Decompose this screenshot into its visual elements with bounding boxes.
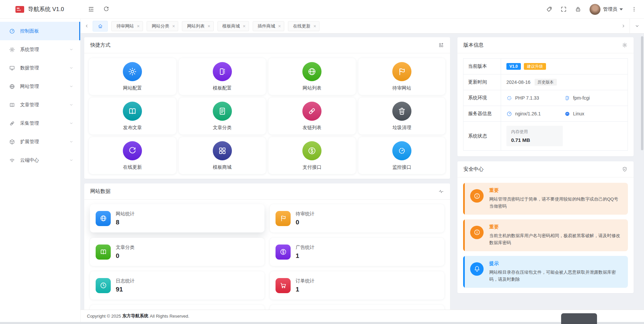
version-title: 版本信息: [463, 42, 484, 48]
template-icon: [218, 67, 227, 76]
stat-item[interactable]: 订单统计 1: [270, 271, 444, 300]
clock-icon: [100, 282, 107, 289]
book-icon: [100, 248, 107, 256]
security-alert: 重要 当前主机的数据库用户名与密码相同，极易被黑客破解，请及时修改数据库密码: [463, 219, 628, 251]
refresh-icon[interactable]: [103, 6, 109, 12]
tab[interactable]: 在线更新 ×: [288, 21, 319, 31]
collapse-menu-icon[interactable]: [88, 6, 94, 12]
site-data-card-header: 网站数据: [84, 183, 450, 200]
close-icon[interactable]: ×: [313, 24, 316, 29]
stat-item[interactable]: 网站统计 8: [90, 204, 264, 232]
home-tab[interactable]: [93, 21, 108, 32]
stat-item[interactable]: [270, 305, 444, 310]
shortcut-icon-circle: [302, 62, 321, 81]
sidebar-item[interactable]: 采集管理: [0, 114, 80, 132]
close-icon[interactable]: ×: [137, 24, 140, 29]
gear-icon[interactable]: [622, 42, 628, 48]
tab[interactable]: 插件商城 ×: [253, 21, 284, 31]
tab[interactable]: 网站列表 ×: [182, 21, 213, 31]
sidebar-item[interactable]: 云端中心: [0, 151, 80, 169]
close-icon[interactable]: ×: [172, 24, 175, 29]
sidebar-item[interactable]: 扩展管理: [0, 132, 80, 151]
wifi-icon: [9, 157, 15, 163]
user-name: 管理员: [603, 6, 617, 12]
tab[interactable]: 网站分类 ×: [147, 21, 178, 31]
shortcut-item[interactable]: 网站列表: [268, 58, 356, 95]
shortcut-item[interactable]: 模板配置: [179, 58, 266, 95]
tabs-scroll-left-button[interactable]: [81, 23, 93, 29]
cart-icon: [280, 282, 287, 289]
shortcuts-grid: 网站配置 模板配置 网站列表: [84, 53, 450, 179]
stat-item[interactable]: 文章分类 0: [90, 238, 264, 266]
stat-item[interactable]: 广告统计 1: [270, 238, 444, 266]
shortcut-item[interactable]: 发布文章: [89, 98, 176, 134]
shortcut-item[interactable]: 垃圾清理: [358, 98, 446, 134]
scrollbar-thumb[interactable]: [641, 36, 643, 150]
stat-label: 待审统计: [296, 211, 314, 217]
tab[interactable]: 待审网站 ×: [111, 21, 143, 31]
sidebar-item[interactable]: 数据管理: [0, 59, 80, 77]
globe-icon: [100, 215, 107, 222]
sidebar-item-label: 采集管理: [20, 120, 64, 126]
shortcut-item[interactable]: 文章分类: [179, 98, 266, 134]
layout-icon[interactable]: [438, 42, 444, 48]
tabs-scroll-right-button[interactable]: [617, 19, 630, 33]
security-alert: 重要 网站管理员密码过于简单，请不要使用较短的纯数字或自己的QQ号当做密码: [463, 183, 628, 215]
stat-icon-square: [276, 278, 291, 293]
fullscreen-icon[interactable]: [560, 6, 567, 12]
copyright-suffix: All Rights Reserved.: [150, 314, 189, 319]
gear-icon: [128, 67, 137, 76]
tag-icon[interactable]: [546, 6, 552, 12]
pulse-icon[interactable]: [438, 188, 444, 194]
php-icon: [506, 95, 512, 101]
globe-icon: [307, 67, 316, 76]
tab[interactable]: 模板商城 ×: [217, 21, 249, 31]
memory-box: 内存使用 0.71 MB: [506, 126, 563, 146]
shortcut-item[interactable]: 模板商城: [179, 137, 266, 174]
close-icon[interactable]: ×: [207, 24, 210, 29]
upgrade-badge[interactable]: 建议升级: [524, 63, 546, 70]
stat-icon-square: [96, 245, 111, 260]
shortcut-item[interactable]: 待审网站: [358, 58, 446, 95]
book-icon: [128, 107, 137, 116]
stat-item[interactable]: 站点浏览: [90, 305, 264, 310]
tabs-dropdown-button[interactable]: [630, 19, 644, 33]
chevron-down-icon: [69, 158, 73, 162]
version-table: 当前版本 V1.0 建议升级 更新时间 2024-08-16 历史版本 系统环境: [463, 58, 628, 151]
more-dots-icon[interactable]: [631, 6, 637, 12]
shortcut-item[interactable]: 支付接口: [268, 137, 356, 174]
nginx-value: nginx/1.26.1: [515, 111, 541, 116]
lock-icon[interactable]: [575, 6, 581, 12]
avatar[interactable]: [589, 4, 601, 15]
stat-item[interactable]: 日志统计 91: [90, 271, 264, 300]
shortcut-item[interactable]: 在线更新: [89, 137, 176, 174]
sidebar-item[interactable]: 文章管理: [0, 96, 80, 114]
sidebar-item[interactable]: 系统管理: [0, 40, 80, 59]
tab-label: 网站列表: [187, 23, 204, 29]
stat-item[interactable]: 待审统计 0: [270, 204, 444, 232]
monitor-icon: [9, 65, 15, 71]
dollar-icon: [280, 248, 287, 256]
row-label: 系统环境: [463, 90, 501, 106]
shortcut-item[interactable]: 网站配置: [89, 58, 176, 95]
table-row: 当前版本 V1.0 建议升级: [463, 59, 628, 74]
sidebar-item[interactable]: 控制面板: [0, 22, 80, 40]
bell-icon: [474, 265, 481, 272]
footer: Copyright © 2025 东方导航系统 All Rights Reser…: [81, 310, 644, 322]
link-icon: [307, 107, 316, 116]
sidebar-item-label: 文章管理: [20, 102, 64, 108]
shortcut-item[interactable]: 友链列表: [268, 98, 356, 134]
sidebar-item[interactable]: 网站管理: [0, 77, 80, 96]
security-card-header: 安全中心: [457, 161, 634, 177]
topbar-left-actions: [81, 6, 109, 12]
shortcut-item[interactable]: 监控接口: [358, 137, 446, 174]
open-tabs: 待审网站 × 网站分类 × 网站列表 × 模板商城 × 插件商城 ×: [111, 21, 319, 31]
shortcut-icon-circle: [123, 102, 142, 121]
tab-label: 模板商城: [222, 23, 240, 29]
flag-icon: [397, 67, 406, 76]
history-badge[interactable]: 历史版本: [535, 79, 557, 86]
close-icon[interactable]: ×: [243, 24, 246, 29]
close-icon[interactable]: ×: [278, 24, 281, 29]
shield-check-icon[interactable]: [622, 166, 628, 172]
user-menu[interactable]: 管理员: [589, 4, 623, 15]
